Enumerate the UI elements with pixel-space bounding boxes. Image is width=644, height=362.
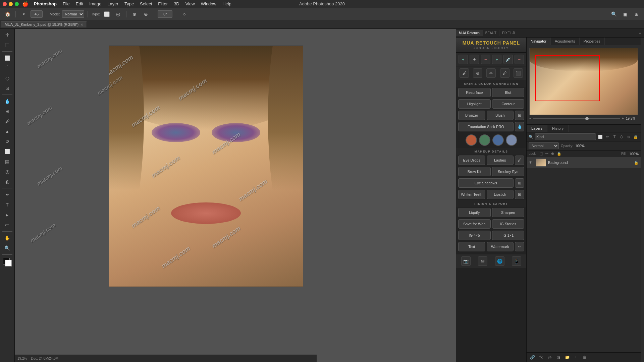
btn-eye-shadows-icon[interactable]: ⊞ — [515, 178, 524, 188]
brush-size-input[interactable] — [31, 10, 43, 18]
btn-lipstick-icon[interactable]: ⊞ — [515, 190, 524, 199]
layers-filter-pixel[interactable]: ⬜ — [597, 134, 603, 140]
tab-pixel-ji[interactable]: PIXEL JI — [499, 30, 518, 36]
btn-brow-kit[interactable]: Brow Kit — [458, 167, 491, 176]
type-option-1[interactable]: ⬜ — [102, 9, 111, 19]
social-icon-2[interactable]: ✉ — [478, 256, 487, 266]
btn-lashes[interactable]: Lashes — [487, 156, 514, 165]
angle-input[interactable] — [158, 10, 172, 18]
color-swatch-1[interactable] — [466, 134, 477, 146]
transform-icon[interactable]: ⊕ — [130, 9, 139, 19]
btn-smokey-eye[interactable]: Smokey Eye — [492, 167, 525, 176]
mua-fill-icon[interactable]: ⬛ — [514, 68, 523, 78]
table-row[interactable]: 👁 Background 🔒 — [527, 157, 641, 168]
menu-filter[interactable]: Filter — [155, 1, 170, 7]
type-tool[interactable]: T — [1, 200, 13, 209]
mode-select[interactable]: Normal — [62, 10, 84, 18]
gradient-tool[interactable]: ▤ — [1, 157, 13, 166]
btn-lashes-icon[interactable]: 🖊 — [515, 156, 524, 165]
brush-icon[interactable]: ⚬ — [19, 9, 29, 19]
layers-filter-lock[interactable]: 🔒 — [633, 134, 639, 140]
btn-bronzer[interactable]: Bronzer — [458, 111, 485, 120]
mua-add2-icon[interactable]: + — [492, 55, 501, 64]
btn-text[interactable]: Text — [458, 242, 485, 251]
zoom-out-icon[interactable]: − — [529, 116, 531, 120]
shape-tool[interactable]: ▭ — [1, 220, 13, 230]
btn-blot[interactable]: Blot — [492, 88, 525, 97]
zoom-slider[interactable] — [533, 118, 620, 119]
zoom-slider-handle[interactable] — [585, 117, 589, 120]
mua-add-icon[interactable]: + — [459, 55, 468, 64]
menu-image[interactable]: Image — [87, 1, 104, 7]
marquee-tool[interactable]: ⬜ — [1, 53, 13, 63]
zoom-tool[interactable]: 🔍 — [1, 243, 13, 253]
home-icon[interactable]: 🏠 — [3, 9, 12, 19]
layer-new-icon[interactable]: + — [572, 354, 580, 361]
warp-icon[interactable]: ⊛ — [141, 9, 151, 19]
artboard-tool[interactable]: ⬚ — [1, 40, 13, 50]
btn-whiten-teeth[interactable]: Whiten Teeth — [458, 190, 485, 199]
color-swatch-3[interactable] — [492, 134, 504, 146]
btn-watermark[interactable]: Watermark — [487, 242, 514, 251]
tab-adjustments[interactable]: Adjustments — [551, 38, 580, 45]
brush-tool[interactable]: 🖌 — [1, 117, 13, 126]
patch-tool[interactable]: ⊞ — [1, 107, 13, 116]
lasso-tool[interactable]: ⌒ — [1, 63, 13, 73]
mua-star-icon[interactable]: ✦ — [470, 55, 479, 64]
zoom-in-icon[interactable]: + — [622, 116, 624, 120]
menu-3d[interactable]: 3D — [171, 1, 182, 7]
btn-eye-shadows[interactable]: Eye Shadows — [458, 178, 514, 188]
layers-filter-type[interactable]: T — [611, 134, 618, 140]
btn-save-web[interactable]: Save for Web — [458, 219, 491, 229]
social-icon-4[interactable]: 📱 — [512, 256, 521, 266]
btn-ig-4x5[interactable]: IG 4×5 — [458, 231, 491, 240]
layer-adjustment-icon[interactable]: ◑ — [555, 354, 562, 361]
menu-photoshop[interactable]: Photoshop — [31, 1, 59, 7]
background-color[interactable] — [5, 260, 12, 266]
mua-minus2-icon[interactable]: − — [515, 55, 524, 64]
clone-stamp[interactable]: ▲ — [1, 127, 13, 136]
layer-lock-icon[interactable]: 🔒 — [634, 161, 639, 165]
eyedropper-tool[interactable]: 💧 — [1, 97, 13, 106]
tab-history[interactable]: History — [547, 125, 569, 132]
layers-filter-shape[interactable]: ⬡ — [619, 134, 625, 140]
crop-tool[interactable]: ⊡ — [1, 83, 13, 93]
canvas-image[interactable]: macmj.com macmj.com macmj.com macmj.com … — [109, 46, 303, 287]
history-brush[interactable]: ↺ — [1, 137, 13, 146]
social-icon-1[interactable]: 📷 — [461, 256, 471, 266]
dodge-tool[interactable]: ◐ — [1, 177, 13, 186]
menu-view[interactable]: View — [183, 1, 198, 7]
file-tab[interactable]: MUA_JL_Kimberly_3.psd @ 19.2% (RGB/8*) ✕ — [1, 21, 87, 27]
lock-pixels-icon[interactable]: ⬚ — [539, 152, 543, 156]
btn-blush[interactable]: Blush — [487, 111, 514, 120]
view-options-icon[interactable]: ▣ — [621, 9, 630, 19]
menu-help[interactable]: Help — [220, 1, 234, 7]
mua-brush-icon[interactable]: 🖌 — [460, 68, 469, 78]
hand-tool[interactable]: ✋ — [1, 233, 13, 243]
move-tool[interactable]: ✛ — [1, 30, 13, 40]
tab-beaut[interactable]: BEAUT — [483, 30, 499, 36]
color-swatch-2[interactable] — [479, 134, 490, 146]
menu-layer[interactable]: Layer — [105, 1, 121, 7]
btn-sharpen[interactable]: Sharpen — [492, 208, 525, 217]
apple-icon[interactable]: 🍎 — [22, 1, 29, 7]
quick-select-tool[interactable]: ◌ — [1, 73, 13, 83]
layer-visibility-icon[interactable]: 👁 — [529, 160, 534, 165]
close-button[interactable] — [3, 2, 7, 6]
tab-close-icon[interactable]: ✕ — [80, 23, 83, 26]
btn-resurface[interactable]: Resurface — [458, 88, 491, 97]
pressure-icon[interactable]: ○ — [179, 9, 189, 19]
menu-file[interactable]: File — [60, 1, 72, 7]
layers-search-input[interactable] — [535, 133, 596, 140]
btn-contour[interactable]: Contour — [492, 99, 525, 109]
tab-navigator[interactable]: Navigator — [527, 38, 551, 45]
color-picker[interactable] — [3, 258, 12, 266]
menu-edit[interactable]: Edit — [73, 1, 86, 7]
blend-mode-select[interactable]: Normal — [529, 142, 559, 149]
panels-icon[interactable]: ⊞ — [632, 9, 641, 19]
mua-pen-icon[interactable]: 🖊 — [500, 68, 509, 78]
tab-mua-retouch[interactable]: MUA Retouch — [456, 30, 483, 36]
tab-properties[interactable]: Properties — [580, 38, 605, 45]
layer-delete-icon[interactable]: 🗑 — [581, 354, 588, 361]
mua-minus-icon[interactable]: − — [481, 55, 490, 64]
